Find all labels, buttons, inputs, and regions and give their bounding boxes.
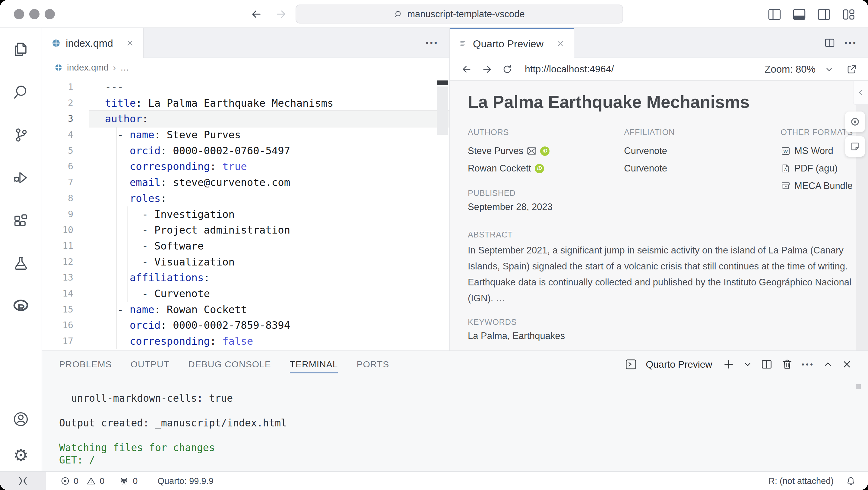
terminal-output[interactable]: unroll-markdown-cells: true Output creat… — [42, 378, 868, 471]
code-line[interactable]: 10 - Project administration — [42, 222, 450, 238]
tab-problems[interactable]: PROBLEMS — [59, 351, 112, 378]
new-terminal-button[interactable] — [723, 358, 735, 370]
zoom-level[interactable]: Zoom: 80% — [765, 64, 815, 75]
code-line[interactable]: 7 email: steve@curvenote.com — [42, 174, 450, 191]
envelope-icon[interactable] — [527, 147, 536, 155]
open-external-icon[interactable] — [846, 64, 857, 75]
r-status[interactable]: R: (not attached) — [769, 476, 834, 486]
source-control-icon[interactable] — [11, 126, 30, 144]
breadcrumb[interactable]: index.qmd › … — [42, 58, 450, 77]
code-line[interactable]: 14 - Curvenote — [42, 286, 450, 302]
terminal-name[interactable]: Quarto Preview — [646, 359, 712, 370]
notifications-bell-icon[interactable] — [846, 476, 856, 486]
code-line-body: - Curvenote — [89, 286, 450, 302]
tab-quarto-preview[interactable]: Quarto Preview — [450, 28, 574, 58]
author-name[interactable]: Rowan Cockett — [468, 163, 531, 174]
collapse-sidebar-handle[interactable] — [853, 81, 868, 105]
code-line[interactable]: 5 orcid: 0000-0002-0760-5497 — [42, 143, 450, 159]
code-line[interactable]: 4 - name: Steve Purves — [42, 127, 450, 143]
terminal-scrollbar[interactable] — [856, 384, 861, 389]
quarto-version-status[interactable]: Quarto: 99.9.9 — [157, 476, 213, 486]
toggle-secondary-sidebar-button[interactable] — [817, 8, 831, 21]
explorer-icon[interactable] — [11, 40, 30, 59]
code-line[interactable]: 12 - Visualization — [42, 254, 450, 270]
breadcrumb-more[interactable]: … — [120, 62, 129, 73]
close-panel-icon[interactable] — [841, 359, 852, 370]
code-line[interactable]: 13 affiliations: — [42, 270, 450, 286]
maximize-panel-icon[interactable] — [823, 359, 833, 369]
zoom-window-button[interactable] — [44, 9, 55, 19]
kill-terminal-icon[interactable] — [781, 358, 793, 370]
history-forward-button[interactable] — [274, 7, 288, 21]
preview-forward-button[interactable] — [482, 64, 493, 75]
close-tab-icon[interactable] — [556, 39, 565, 48]
problems-status[interactable]: 0 0 — [60, 476, 104, 486]
code-text: orcid: 0000-0002-7859-8394 — [89, 317, 450, 333]
code-editor[interactable]: 1---2title: La Palma Earthquake Mechanis… — [42, 77, 450, 351]
code-line[interactable]: 2title: La Palma Earthquake Mechanisms — [42, 95, 450, 111]
sidebar-left-icon — [768, 8, 781, 21]
orcid-icon[interactable]: iD — [540, 146, 550, 156]
r-language-icon[interactable]: R — [11, 297, 30, 316]
extensions-icon[interactable] — [11, 211, 30, 230]
code-line[interactable]: 17 corresponding: false — [42, 333, 450, 349]
account-icon[interactable] — [11, 410, 30, 428]
code-line[interactable]: 3author: — [42, 111, 450, 127]
history-back-button[interactable] — [249, 7, 264, 21]
split-editor-icon[interactable] — [824, 37, 835, 48]
ports-status[interactable]: 0 — [119, 476, 137, 486]
preview-back-button[interactable] — [461, 64, 472, 75]
customize-layout-button[interactable] — [841, 8, 856, 21]
notes-button[interactable] — [845, 136, 865, 157]
minimize-window-button[interactable] — [29, 9, 39, 19]
split-terminal-icon[interactable] — [761, 358, 773, 370]
tab-output[interactable]: OUTPUT — [131, 351, 169, 378]
close-window-button[interactable] — [14, 9, 24, 19]
format-label[interactable]: MECA Bundle — [795, 181, 852, 191]
toggle-primary-sidebar-button[interactable] — [767, 8, 782, 21]
customize-layout-icon — [842, 8, 856, 21]
code-line-body: author: — [89, 111, 450, 127]
author-name[interactable]: Steve Purves — [468, 145, 523, 156]
format-row[interactable]: APDF (agu) — [780, 160, 868, 177]
search-view-icon[interactable] — [11, 83, 30, 102]
tab-debug-console[interactable]: DEBUG CONSOLE — [188, 351, 271, 378]
editor-scrollbar[interactable] — [437, 87, 448, 135]
format-row[interactable]: MECA Bundle — [780, 177, 868, 195]
more-actions-icon[interactable]: ••• — [844, 38, 857, 47]
format-label[interactable]: MS Word — [795, 145, 833, 156]
preview-reload-button[interactable] — [502, 64, 513, 75]
svg-text:R: R — [18, 302, 25, 314]
chevron-down-icon[interactable] — [825, 65, 834, 74]
format-label[interactable]: PDF (agu) — [795, 163, 838, 174]
more-actions-icon[interactable]: ••• — [426, 38, 438, 47]
orcid-icon[interactable]: iD — [535, 164, 544, 173]
remote-indicator[interactable] — [0, 472, 46, 490]
code-line[interactable]: 16 orcid: 0000-0002-7859-8394 — [42, 317, 450, 333]
code-line[interactable]: 8 roles: — [42, 191, 450, 206]
code-line[interactable]: 6 corresponding: true — [42, 159, 450, 174]
line-number: 7 — [42, 174, 89, 191]
breadcrumb-file[interactable]: index.qmd — [67, 62, 108, 73]
command-center-search[interactable]: manuscript-template-vscode — [296, 4, 623, 24]
svg-text:A: A — [784, 168, 787, 172]
tab-terminal[interactable]: TERMINAL — [290, 351, 338, 378]
run-debug-icon[interactable] — [11, 168, 30, 187]
close-tab-icon[interactable] — [126, 39, 134, 47]
more-actions-icon[interactable]: ••• — [802, 360, 814, 369]
tab-ports[interactable]: PORTS — [356, 351, 389, 378]
tab-index-qmd[interactable]: index.qmd — [42, 28, 144, 58]
reload-icon — [502, 64, 513, 75]
code-line[interactable]: 15 - name: Rowan Cockett — [42, 302, 450, 318]
testing-icon[interactable] — [11, 254, 30, 273]
code-line[interactable]: 9 - Investigation — [42, 206, 450, 222]
settings-gear-icon[interactable]: ⚙ — [11, 446, 30, 465]
terminal-dropdown-icon[interactable] — [743, 360, 752, 369]
code-line[interactable]: 11 - Software — [42, 238, 450, 254]
line-number: 4 — [42, 127, 89, 143]
toggle-preview-button[interactable] — [845, 111, 865, 132]
preview-url[interactable]: http://localhost:4964/ — [525, 64, 614, 75]
code-line[interactable]: 1--- — [42, 79, 450, 95]
search-icon — [394, 10, 403, 19]
toggle-panel-button[interactable] — [792, 8, 806, 21]
